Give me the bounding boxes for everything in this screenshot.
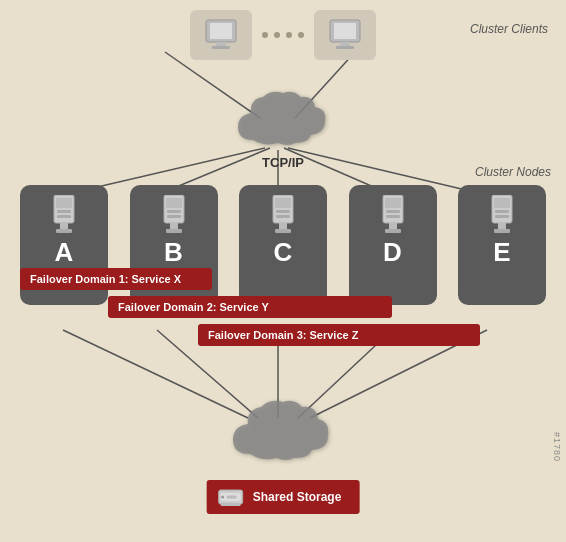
svg-rect-46 [495,210,509,213]
shared-storage-bar: Shared Storage [207,480,360,514]
svg-rect-33 [275,198,291,208]
server-icon-a [48,195,80,233]
monitor-icon-right [326,18,364,52]
side-reference-label: #1780 [552,432,562,462]
svg-rect-40 [386,210,400,213]
bottom-cloud-shape [228,394,338,464]
storage-icon [217,486,245,508]
svg-rect-24 [60,223,68,229]
svg-rect-15 [212,46,230,49]
node-d-label: D [383,237,402,268]
svg-point-53 [221,496,224,499]
svg-rect-41 [386,215,400,218]
failover-domain-3: Failover Domain 3: Service Z [198,324,480,346]
server-icon-c [267,195,299,233]
svg-rect-36 [279,223,287,229]
svg-rect-23 [57,215,71,218]
svg-rect-29 [167,215,181,218]
svg-rect-14 [216,42,226,46]
svg-rect-47 [495,215,509,218]
svg-rect-37 [275,229,291,233]
dots-separator [262,32,304,38]
svg-rect-45 [494,198,510,208]
svg-rect-49 [494,229,510,233]
svg-rect-34 [276,210,290,213]
svg-rect-48 [498,223,506,229]
node-a-label: A [55,237,74,268]
server-icon-e [486,195,518,233]
svg-rect-28 [167,210,181,213]
svg-rect-22 [57,210,71,213]
failover-domain-1: Failover Domain 1: Service X [20,268,212,290]
node-c: C [239,185,327,305]
node-b-label: B [164,237,183,268]
svg-rect-19 [336,46,354,49]
bottom-cloud [228,394,338,464]
tcpip-label: TCP/IP [262,155,304,170]
client-monitor-left [190,10,252,60]
server-icon-b [158,195,190,233]
dot-1 [262,32,268,38]
svg-rect-31 [166,229,182,233]
svg-rect-13 [210,23,232,39]
svg-rect-21 [56,198,72,208]
svg-rect-27 [166,198,182,208]
cluster-nodes-label: Cluster Nodes [475,165,551,179]
svg-rect-52 [221,503,241,506]
shared-storage-label: Shared Storage [253,490,342,504]
node-c-label: C [274,237,293,268]
svg-rect-18 [340,42,350,46]
svg-rect-25 [56,229,72,233]
svg-rect-42 [389,223,397,229]
dot-2 [274,32,280,38]
dot-4 [298,32,304,38]
svg-rect-30 [170,223,178,229]
svg-rect-54 [227,496,237,499]
node-d: D [349,185,437,305]
svg-rect-39 [385,198,401,208]
dot-3 [286,32,292,38]
tcpip-cloud-shape [233,85,333,150]
svg-rect-35 [276,215,290,218]
server-icon-d [377,195,409,233]
svg-rect-17 [334,23,356,39]
node-e: E [458,185,546,305]
tcpip-cloud: TCP/IP [233,85,333,170]
node-e-label: E [493,237,510,268]
failover-domain-2: Failover Domain 2: Service Y [108,296,392,318]
monitor-icon-left [202,18,240,52]
cluster-clients-label: Cluster Clients [470,22,548,36]
svg-rect-43 [385,229,401,233]
client-monitor-right [314,10,376,60]
